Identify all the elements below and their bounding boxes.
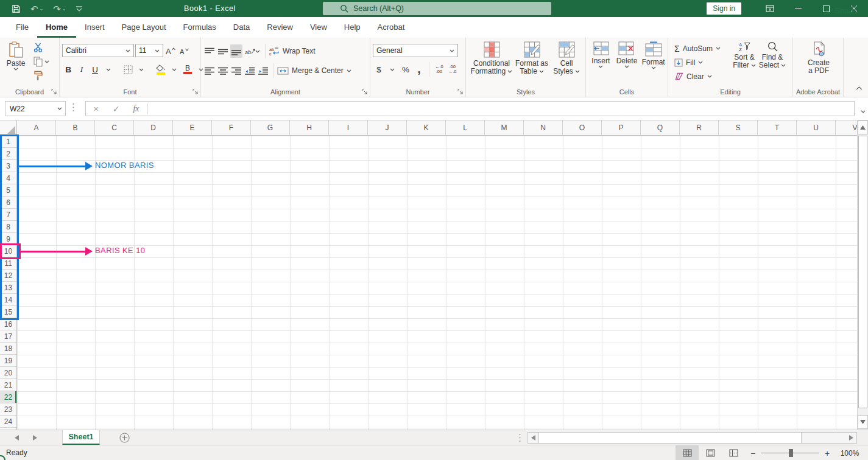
tab-view[interactable]: View [302, 17, 336, 38]
align-middle-button[interactable] [217, 44, 229, 58]
undo-button[interactable]: ↶⌄ [26, 0, 48, 17]
column-header-G[interactable]: G [251, 120, 290, 135]
cell-styles-button[interactable]: Cell Styles [552, 40, 581, 86]
next-sheet-button[interactable] [27, 430, 43, 445]
alignment-dialog-launcher[interactable] [362, 89, 367, 94]
grip-icon[interactable] [72, 103, 75, 112]
scroll-up-button[interactable] [858, 120, 868, 134]
formula-input[interactable] [149, 102, 854, 116]
row-header-23[interactable]: 23 [0, 403, 16, 416]
tab-data[interactable]: Data [225, 17, 258, 38]
sort-filter-button[interactable]: AZ Sort & Filter [730, 40, 758, 86]
font-color-button[interactable]: B [182, 63, 194, 76]
horizontal-scroll-thumb[interactable] [538, 433, 802, 443]
column-header-A[interactable]: A [17, 120, 56, 135]
normal-view-button[interactable] [676, 445, 699, 460]
orientation-button[interactable]: ab [244, 44, 261, 58]
clear-button[interactable]: Clear [674, 70, 730, 83]
zoom-slider[interactable] [761, 445, 819, 460]
collapse-ribbon-button[interactable] [854, 80, 864, 94]
tab-page-layout[interactable]: Page Layout [113, 17, 175, 38]
increase-indent-button[interactable] [257, 64, 269, 77]
tab-file[interactable]: File [7, 17, 37, 38]
vertical-scroll-thumb[interactable] [858, 136, 867, 408]
underline-options-button[interactable] [102, 63, 115, 76]
cut-button[interactable] [32, 41, 51, 54]
page-break-view-button[interactable] [722, 445, 745, 460]
row-header-21[interactable]: 21 [0, 379, 16, 391]
tab-formulas[interactable]: Formulas [175, 17, 225, 38]
row-header-19[interactable]: 19 [0, 355, 16, 367]
column-header-D[interactable]: D [134, 120, 173, 135]
delete-cells-button[interactable]: Delete [615, 40, 640, 86]
format-painter-button[interactable] [32, 69, 51, 82]
align-top-button[interactable] [203, 44, 216, 58]
row-header-16[interactable]: 16 [0, 318, 16, 330]
merge-center-button[interactable]: Merge & Center [277, 64, 351, 77]
italic-button[interactable]: I [76, 63, 88, 76]
column-header-I[interactable]: I [329, 120, 368, 135]
select-all-button[interactable] [0, 120, 17, 136]
align-center-button[interactable] [217, 64, 229, 77]
column-header-K[interactable]: K [407, 120, 446, 135]
redo-button[interactable]: ↷⌄ [49, 0, 70, 17]
share-button[interactable]: Share [819, 3, 861, 18]
column-header-H[interactable]: H [290, 120, 329, 135]
format-cells-button[interactable]: Format [640, 40, 666, 86]
font-size-select[interactable]: 11 [135, 44, 163, 57]
column-header-S[interactable]: S [719, 120, 758, 135]
comma-style-button[interactable]: , [413, 63, 425, 76]
column-header-M[interactable]: M [485, 120, 524, 135]
percent-style-button[interactable]: % [400, 63, 412, 76]
search-box[interactable]: Search (Alt+Q) [323, 2, 551, 15]
decrease-font-size-button[interactable]: A [178, 44, 191, 57]
bold-button[interactable]: B [62, 63, 74, 76]
align-bottom-button[interactable] [230, 44, 242, 58]
row-header-17[interactable]: 17 [0, 330, 16, 343]
save-button[interactable] [7, 0, 25, 17]
column-header-F[interactable]: F [212, 120, 251, 135]
sheet-tab-sheet1[interactable]: Sheet1 [62, 430, 100, 445]
autosum-button[interactable]: Σ AutoSum [674, 42, 730, 55]
column-header-L[interactable]: L [446, 120, 485, 135]
zoom-in-button[interactable]: + [819, 448, 835, 458]
column-header-E[interactable]: E [173, 120, 212, 135]
column-header-U[interactable]: U [797, 120, 836, 135]
page-layout-view-button[interactable] [699, 445, 722, 460]
tab-insert[interactable]: Insert [76, 17, 113, 38]
font-dialog-launcher[interactable] [192, 89, 198, 94]
insert-function-button[interactable]: fx [126, 102, 146, 116]
previous-sheet-button[interactable] [9, 430, 24, 445]
scroll-down-button[interactable] [858, 415, 868, 429]
tab-acrobat[interactable]: Acrobat [369, 17, 414, 38]
format-as-table-button[interactable]: Format as Table [514, 40, 549, 86]
underline-button[interactable]: U [89, 63, 101, 76]
align-left-button[interactable] [203, 64, 216, 77]
row-header-18[interactable]: 18 [0, 343, 16, 355]
decrease-indent-button[interactable] [244, 64, 256, 77]
enter-button[interactable]: ✓ [106, 102, 126, 116]
column-header-J[interactable]: J [368, 120, 407, 135]
zoom-slider-thumb[interactable] [789, 449, 793, 457]
conditional-formatting-button[interactable]: Conditional Formatting [471, 40, 512, 86]
sign-in-button[interactable]: Sign in [707, 2, 741, 15]
cancel-button[interactable]: × [86, 102, 106, 116]
ribbon-display-options-button[interactable] [756, 0, 784, 17]
increase-decimal-button[interactable]: ←.0.00 [433, 64, 445, 75]
row-header-22[interactable]: 22 [0, 391, 16, 403]
insert-cells-button[interactable]: Insert [588, 40, 613, 86]
accounting-format-options-button[interactable] [386, 63, 398, 76]
fill-color-button[interactable] [155, 63, 167, 76]
number-format-select[interactable]: General [373, 44, 458, 57]
wrap-text-button[interactable]: abc Wrap Text [269, 44, 316, 58]
customize-qat-button[interactable] [72, 0, 86, 17]
minimize-button[interactable] [784, 0, 812, 17]
column-header-O[interactable]: O [563, 120, 602, 135]
font-name-select[interactable]: Calibri [62, 44, 134, 57]
column-header-B[interactable]: B [56, 120, 95, 135]
borders-button[interactable] [122, 63, 134, 76]
name-box[interactable]: W22 [5, 101, 66, 116]
accounting-format-button[interactable]: $ [373, 63, 385, 76]
decrease-decimal-button[interactable]: .00→.0 [446, 64, 459, 75]
expand-formula-bar-button[interactable] [861, 105, 866, 116]
